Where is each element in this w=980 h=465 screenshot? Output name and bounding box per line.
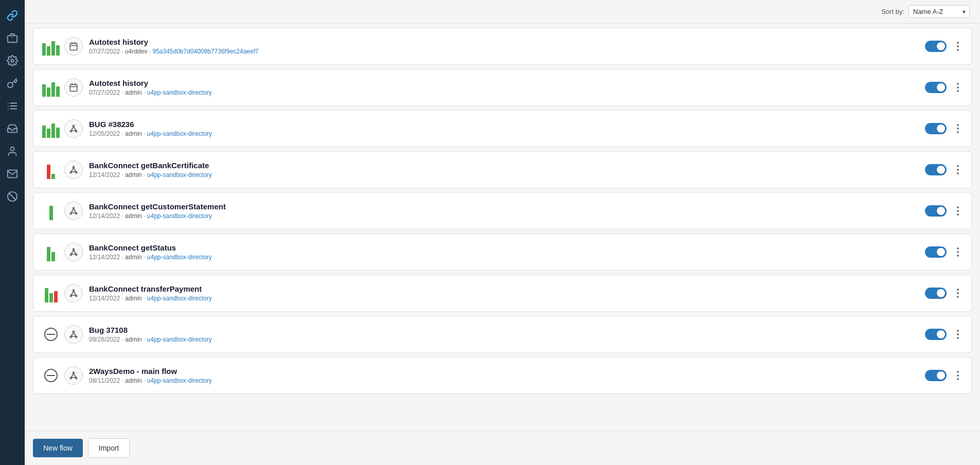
flow-date: 12/05/2022 bbox=[89, 130, 120, 137]
svg-line-41 bbox=[71, 250, 74, 254]
chart-icon bbox=[42, 119, 60, 138]
chart-icon bbox=[42, 160, 60, 179]
sidebar-item-email[interactable] bbox=[2, 164, 23, 184]
more-menu-button[interactable] bbox=[953, 204, 963, 218]
toggle-wrapper[interactable] bbox=[925, 205, 947, 217]
toggle-thumb bbox=[937, 124, 945, 133]
sidebar-item-gear[interactable] bbox=[2, 50, 23, 71]
flow-name: Autotest history bbox=[89, 38, 925, 46]
no-entry-icon bbox=[42, 325, 60, 344]
flow-toggle[interactable] bbox=[925, 246, 947, 258]
more-menu-button[interactable] bbox=[953, 369, 963, 382]
svg-line-47 bbox=[71, 291, 74, 295]
flow-meta: 07/27/2022 · u4rddev · 95a345d0b7d04009b… bbox=[89, 48, 925, 55]
chart-bar bbox=[45, 288, 48, 302]
chart-icon bbox=[42, 243, 60, 261]
bottom-bar: New flow Import bbox=[25, 431, 980, 465]
flow-item: BUG #38236 12/05/2022 · admin · u4pp-san… bbox=[33, 110, 972, 147]
dot bbox=[957, 333, 959, 335]
chart-icon bbox=[42, 284, 60, 302]
toggle-wrapper[interactable] bbox=[925, 82, 947, 93]
sidebar-item-link[interactable] bbox=[2, 5, 23, 26]
toggle-wrapper[interactable] bbox=[925, 164, 947, 175]
more-menu-button[interactable] bbox=[953, 287, 963, 300]
more-menu-button[interactable] bbox=[953, 328, 963, 341]
svg-line-55 bbox=[71, 332, 74, 336]
flow-toggle[interactable] bbox=[925, 82, 947, 93]
flow-toggle[interactable] bbox=[925, 329, 947, 340]
svg-line-63 bbox=[71, 373, 74, 378]
flow-info: Bug 37108 09/28/2022 · admin · u4pp-sand… bbox=[89, 326, 925, 343]
dot bbox=[957, 337, 959, 339]
toggle-wrapper[interactable] bbox=[925, 123, 947, 134]
flow-date: 09/28/2022 bbox=[89, 336, 120, 343]
sidebar-item-key[interactable] bbox=[2, 73, 23, 94]
import-button[interactable]: Import bbox=[88, 438, 130, 458]
sidebar-item-briefcase[interactable] bbox=[2, 28, 23, 48]
dot bbox=[957, 42, 959, 44]
toggle-thumb bbox=[937, 42, 945, 50]
flow-toggle[interactable] bbox=[925, 205, 947, 217]
flow-date: 12/14/2022 bbox=[89, 212, 120, 220]
flow-toggle[interactable] bbox=[925, 41, 947, 52]
flow-name: BankConnect getCustomerStatement bbox=[89, 202, 925, 211]
chart-bar bbox=[51, 82, 55, 97]
dot bbox=[957, 128, 959, 130]
flow-list: Autotest history 07/27/2022 · u4rddev · … bbox=[25, 24, 980, 431]
svg-line-30 bbox=[74, 168, 76, 172]
more-menu-button[interactable] bbox=[953, 163, 963, 176]
dot bbox=[957, 371, 959, 373]
dot bbox=[957, 210, 959, 212]
chart-bar bbox=[51, 174, 55, 179]
dot bbox=[957, 165, 959, 167]
toggle-wrapper[interactable] bbox=[925, 41, 947, 52]
flow-date: 12/14/2022 bbox=[89, 171, 120, 178]
flow-toggle[interactable] bbox=[925, 370, 947, 381]
flow-toggle[interactable] bbox=[925, 164, 947, 175]
toggle-wrapper[interactable] bbox=[925, 329, 947, 340]
flow-date: 08/11/2022 bbox=[89, 377, 120, 384]
sort-select[interactable]: Name A-Z Name Z-A Date Created Date Modi… bbox=[908, 5, 970, 18]
dot bbox=[957, 374, 959, 377]
dot bbox=[957, 83, 959, 85]
type-icon bbox=[64, 325, 83, 344]
more-menu-button[interactable] bbox=[953, 40, 963, 53]
toggle-wrapper[interactable] bbox=[925, 246, 947, 258]
chart-icon bbox=[42, 37, 60, 56]
dot bbox=[957, 124, 959, 126]
dot bbox=[957, 172, 959, 174]
svg-line-23 bbox=[71, 127, 74, 131]
new-flow-button[interactable]: New flow bbox=[33, 439, 83, 457]
flow-directory: 95a345d0b7d04009b7736f9ec24aeef7 bbox=[152, 48, 258, 55]
toggle-thumb bbox=[937, 289, 945, 297]
chart-bar bbox=[47, 165, 50, 179]
chart-bar bbox=[47, 129, 50, 138]
type-icon bbox=[64, 284, 83, 302]
flow-directory: u4pp-sandbox-directory bbox=[147, 212, 212, 220]
sidebar-item-block[interactable] bbox=[2, 186, 23, 207]
topbar: Sort by: Name A-Z Name Z-A Date Created … bbox=[25, 0, 980, 24]
toggle-wrapper[interactable] bbox=[925, 288, 947, 299]
sidebar-item-list[interactable] bbox=[2, 96, 23, 116]
type-icon bbox=[64, 202, 83, 220]
more-menu-button[interactable] bbox=[953, 122, 963, 135]
dot bbox=[957, 296, 959, 298]
sidebar-item-inbox[interactable] bbox=[2, 118, 23, 139]
dot bbox=[957, 378, 959, 380]
flow-toggle[interactable] bbox=[925, 288, 947, 299]
flow-info: BankConnect getStatus 12/14/2022 · admin… bbox=[89, 243, 925, 261]
svg-line-42 bbox=[74, 250, 76, 254]
flow-item: BankConnect getCustomerStatement 12/14/2… bbox=[33, 192, 972, 229]
flow-item: Autotest history 07/27/2022 · u4rddev · … bbox=[33, 28, 972, 65]
flow-toggle[interactable] bbox=[925, 123, 947, 134]
dot bbox=[957, 86, 959, 88]
flow-name: BUG #38236 bbox=[89, 120, 925, 129]
more-menu-button[interactable] bbox=[953, 245, 963, 259]
sidebar-item-user[interactable] bbox=[2, 141, 23, 162]
flow-user: admin bbox=[125, 336, 142, 343]
dot bbox=[957, 251, 959, 253]
more-menu-button[interactable] bbox=[953, 81, 963, 94]
type-icon bbox=[64, 160, 83, 179]
flow-date: 12/14/2022 bbox=[89, 295, 120, 302]
toggle-wrapper[interactable] bbox=[925, 370, 947, 381]
